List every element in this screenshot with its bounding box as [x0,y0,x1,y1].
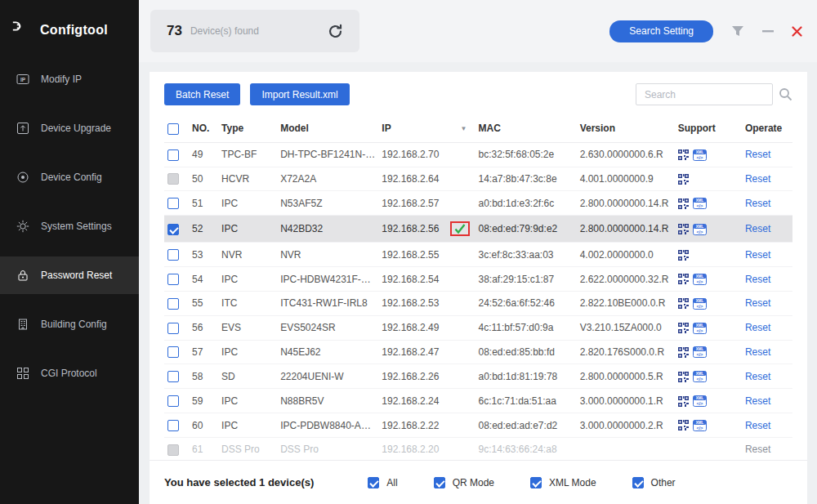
cgi-protocol-icon [16,367,29,380]
reset-link[interactable]: Reset [745,322,770,333]
cell-version: 4.001.0000000.9 [577,167,675,191]
sidebar-item-modify-ip[interactable]: IPModify IP [0,60,139,98]
row-checkbox[interactable] [167,371,179,382]
col-header-version: Version [577,115,675,142]
search-setting-button[interactable]: Search Setting [609,20,713,42]
cell-mac: 08:ed:ed:85:bb:fd [475,340,576,364]
filter-other[interactable]: Other [632,477,676,488]
row-checkbox[interactable] [167,224,179,235]
cell-mac: a0:bd:1d:e3:2f:6c [475,191,576,216]
reset-link[interactable]: Reset [745,249,770,261]
import-result-button[interactable]: Import Result.xml [250,83,349,105]
svg-text:XML: XML [696,150,704,154]
cell-support: XML</> [675,191,742,216]
cell-model: IPC-PDBW8840-A180 [277,413,378,438]
sidebar-item-cgi-protocol[interactable]: CGI Protocol [0,355,139,392]
reset-link[interactable]: Reset [745,420,770,431]
batch-reset-button[interactable]: Batch Reset [164,83,240,105]
cell-ip: 192.168.2.56 [378,216,475,243]
cell-support: XML</> [675,142,742,167]
cell-support: XML</> [675,413,742,438]
cell-no: 60 [189,413,218,438]
cell-support: XML</> [675,216,742,243]
cell-mac: 08:ed:ed:79:9d:e2 [475,216,576,243]
refresh-icon[interactable] [328,24,343,39]
cell-version: 3.000.0000000.1.R [577,389,675,413]
reset-link[interactable]: Reset [745,223,770,234]
row-checkbox[interactable] [167,249,179,261]
filter-checkbox[interactable] [368,477,379,488]
row-checkbox[interactable] [167,274,179,285]
filter-label: XML Mode [549,477,596,488]
table-row[interactable]: 49TPC-BFDH-TPC-BF1241N-D...192.168.2.70b… [164,142,792,167]
sidebar-item-password-reset[interactable]: Password Reset [0,256,139,294]
filter-checkbox[interactable] [434,477,445,488]
reset-link[interactable]: Reset [745,274,770,285]
table-row[interactable]: 61DSS ProDSS Pro192.168.2.209c:14:63:66:… [164,437,792,460]
qr-mode-icon [678,224,689,234]
row-checkbox[interactable] [167,173,179,185]
qr-mode-icon [678,198,689,209]
row-checkbox[interactable] [167,444,179,456]
cell-mac: 08:ed:ed:ad:e7:d2 [475,413,576,438]
cell-mac: 3c:ef:8c:33:aa:03 [475,243,576,267]
close-icon[interactable] [792,26,802,37]
reset-link[interactable]: Reset [745,173,770,185]
reset-link[interactable]: Reset [745,149,770,160]
table-row[interactable]: 51IPCN53AF5Z192.168.2.57a0:bd:1d:e3:2f:6… [164,191,792,216]
search-icon[interactable] [779,87,792,101]
building-config-icon [16,318,29,331]
cell-model: N42BD32 [277,216,378,243]
row-checkbox[interactable] [167,198,179,209]
table-row[interactable]: 56EVSEVS5024SR192.168.2.494c:11:bf:57:d0… [164,315,792,340]
reset-link[interactable]: Reset [745,371,770,382]
search-input[interactable] [636,83,773,105]
filter-label: QR Mode [453,477,494,488]
sidebar-item-building-config[interactable]: Building Config [0,306,139,343]
table-row[interactable]: 58SD22204UENI-W192.168.2.26a0:bd:1d:81:1… [164,364,792,389]
filter-icon[interactable] [731,25,744,37]
sidebar: Configtool IPModify IPDevice UpgradeDevi… [0,0,139,504]
table-row[interactable]: 54IPCIPC-HDBW4231F-E2-M192.168.2.5438:af… [164,267,792,292]
row-checkbox[interactable] [167,298,179,310]
row-checkbox[interactable] [167,346,179,358]
row-checkbox[interactable] [167,395,179,407]
table-row[interactable]: 60IPCIPC-PDBW8840-A180192.168.2.2208:ed:… [164,413,792,438]
row-checkbox[interactable] [167,149,179,161]
svg-text:</>: </> [696,401,703,406]
row-checkbox[interactable] [167,323,179,334]
cell-mac: 38:af:29:15:c1:87 [475,267,576,292]
minimize-icon[interactable] [762,29,774,33]
cell-ip: 192.168.2.47 [378,340,475,364]
reset-link[interactable]: Reset [745,297,770,309]
filter-checkbox[interactable] [530,477,542,488]
table-row[interactable]: 55ITCITC431-RW1F-IRL8192.168.2.5324:52:6… [164,291,792,315]
reset-link[interactable]: Reset [745,395,770,407]
sidebar-item-device-upgrade[interactable]: Device Upgrade [0,109,139,147]
cell-no: 56 [189,315,218,340]
xml-mode-icon: XML</> [693,371,707,382]
table-row[interactable]: 59IPCN88BR5V192.168.2.246c:1c:71:da:51:a… [164,389,792,413]
filter-all[interactable]: All [368,477,397,488]
cell-no: 55 [189,291,218,315]
reset-link[interactable]: Reset [745,198,770,209]
row-checkbox[interactable] [167,420,179,431]
sidebar-item-system-settings[interactable]: System Settings [0,207,139,245]
sidebar-item-device-config[interactable]: Device Config [0,158,139,196]
table-row[interactable]: 50HCVRX72A2A192.168.2.6414:a7:8b:47:3c:8… [164,167,792,191]
table-row[interactable]: 57IPCN45EJ62192.168.2.4708:ed:ed:85:bb:f… [164,340,792,364]
cell-version: 2.622.0000000.32.R [577,267,675,292]
filter-xml-mode[interactable]: XML Mode [530,477,596,488]
sidebar-item-label: Device Upgrade [41,123,111,134]
ip-sort-icon[interactable]: ▼ [461,125,472,132]
table-row[interactable]: 52IPCN42BD32192.168.2.5608:ed:ed:79:9d:e… [164,216,792,243]
filter-checkbox[interactable] [632,477,644,488]
svg-text:XML: XML [696,372,704,376]
table-row[interactable]: 53NVRNVR192.168.2.553c:ef:8c:33:aa:034.0… [164,243,792,267]
select-all-checkbox[interactable] [167,123,179,135]
filter-qr-mode[interactable]: QR Mode [434,477,494,488]
svg-text:</>: </> [696,304,703,309]
reset-link[interactable]: Reset [745,444,770,455]
reset-link[interactable]: Reset [745,346,770,358]
cell-ip: 192.168.2.24 [378,389,475,413]
